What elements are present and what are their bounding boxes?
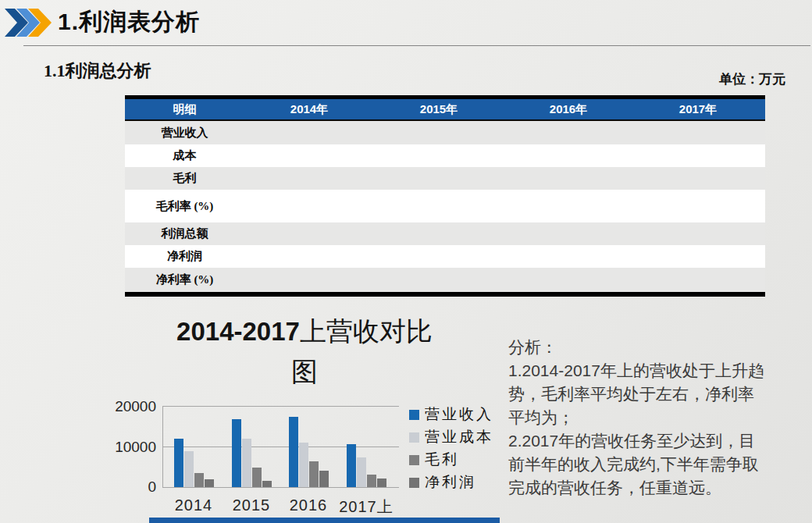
bar-净利润-2015 [262, 481, 272, 487]
x-axis-label-2016: 2016 [281, 496, 336, 514]
analysis-heading: 分析： [508, 336, 769, 359]
table-cell [633, 167, 763, 190]
table-row: 营业收入 [125, 121, 765, 144]
table-cell [244, 167, 374, 190]
table-cell [504, 121, 633, 144]
bar-营业收入-2017上 [347, 444, 356, 487]
bar-净利润-2017上 [377, 479, 386, 487]
bar-营业成本-2015 [242, 439, 251, 487]
table-cell [633, 121, 763, 144]
bar-毛利-2017上 [367, 475, 376, 487]
bar-营业成本-2014 [184, 451, 194, 487]
row-label: 成本 [125, 148, 244, 163]
table-cell [374, 268, 504, 292]
table-header-2016: 2016年 [504, 99, 633, 119]
legend-swatch-icon [409, 478, 419, 488]
chart-legend: 营业收入营业成本毛利净利润 [409, 409, 493, 500]
bar-营业收入-2015 [232, 419, 241, 487]
table-cell [504, 222, 633, 245]
chart-title-years: 2014-2017 [176, 317, 300, 346]
row-label: 净利率 (%) [125, 272, 244, 287]
x-axis-label-2014: 2014 [166, 496, 221, 514]
table-header-row: 明细 2014年 2015年 2016年 2017年 [125, 99, 765, 121]
analysis-block: 分析： 1.2014-2017年上的营收处于上升趋势，毛利率平均处于左右，净利率… [508, 336, 769, 500]
table-body: 营业收入成本毛利毛利率 (%)利润总额净利润净利率 (%) [125, 121, 765, 292]
row-label: 净利润 [125, 249, 244, 264]
bar-净利润-2016 [319, 471, 329, 487]
legend-item-营业收入: 营业收入 [409, 409, 493, 420]
table-cell [504, 268, 633, 292]
table-row: 净利率 (%) [125, 268, 765, 292]
legend-swatch-icon [409, 410, 419, 420]
table-cell [633, 222, 763, 245]
legend-swatch-icon [409, 455, 419, 465]
table-row: 毛利 [125, 167, 765, 190]
table-cell [633, 144, 763, 167]
table-row: 净利润 [125, 245, 765, 268]
table-header-2014: 2014年 [244, 99, 374, 119]
y-axis-tick-10000: 10000 [109, 439, 156, 456]
table-cell [374, 144, 504, 167]
bar-毛利-2015 [252, 468, 262, 487]
bar-营业收入-2014 [174, 439, 183, 487]
x-axis-label-2017上: 2017上 [339, 496, 394, 518]
bottom-accent-bar [149, 518, 500, 523]
table-cell [374, 245, 504, 268]
bar-group-2016 [289, 417, 329, 487]
chart-title-line1: 2014-2017上营收对比 [125, 314, 484, 354]
table-header-2017: 2017年 [633, 99, 763, 119]
bar-营业成本-2017上 [357, 457, 366, 487]
table-cell [504, 167, 633, 190]
table-cell [374, 121, 504, 144]
unit-label: 单位：万元 [719, 70, 785, 88]
table-row: 成本 [125, 144, 765, 167]
chart-title-text: 上营收对比 [300, 317, 433, 346]
table-cell [374, 190, 504, 222]
legend-label: 净利润 [425, 472, 476, 493]
table-cell [633, 268, 763, 292]
table-cell [244, 268, 374, 292]
header-divider [23, 45, 810, 46]
bar-group-2015 [232, 419, 272, 487]
row-label: 利润总额 [125, 226, 244, 241]
table-row: 利润总额 [125, 222, 765, 245]
bar-营业收入-2016 [289, 417, 298, 487]
chart-title-line2: 图 [125, 354, 484, 390]
analysis-point-1: 1.2014-2017年上的营收处于上升趋势，毛利率平均处于左右，净利率平均为； [508, 359, 769, 429]
table-row: 毛利率 (%) [125, 190, 765, 222]
legend-label: 营业收入 [425, 404, 493, 425]
table-cell [244, 190, 374, 222]
legend-item-净利润: 净利润 [409, 477, 493, 488]
legend-item-毛利: 毛利 [409, 454, 493, 465]
row-label: 毛利率 (%) [125, 199, 244, 214]
legend-label: 毛利 [425, 450, 459, 470]
table-cell [504, 190, 633, 222]
table-cell [633, 245, 763, 268]
analysis-point-2: 2.2017年的营收任务至少达到，目前半年的收入完成约,下半年需争取完成的营收任… [508, 429, 769, 500]
slide: 1.利润表分析 1.1利润总分析 单位：万元 明细 2014年 2015年 20… [0, 0, 812, 523]
y-axis-tick-20000: 20000 [109, 398, 156, 415]
table-cell [374, 167, 504, 190]
bar-chart-plot [162, 406, 399, 488]
bar-group-2017上 [347, 444, 387, 487]
triple-chevron-icon [5, 7, 55, 38]
table-cell [504, 245, 633, 268]
profit-table: 明细 2014年 2015年 2016年 2017年 营业收入成本毛利毛利率 (… [125, 95, 765, 297]
bar-毛利-2016 [309, 461, 319, 487]
bar-营业成本-2016 [299, 443, 308, 487]
row-label: 营业收入 [125, 126, 244, 141]
legend-item-营业成本: 营业成本 [409, 432, 493, 443]
x-axis-label-2015: 2015 [224, 496, 279, 514]
page-title: 1.利润表分析 [58, 6, 200, 38]
section-subtitle: 1.1利润总分析 [44, 59, 151, 83]
table-cell [374, 222, 504, 245]
y-axis-tick-0: 0 [109, 479, 156, 496]
table-cell [244, 144, 374, 167]
table-cell [244, 245, 374, 268]
row-label: 毛利 [125, 171, 244, 186]
table-cell [633, 190, 763, 222]
table-header-detail: 明细 [125, 99, 244, 119]
legend-label: 营业成本 [425, 427, 493, 447]
chart-title: 2014-2017上营收对比 图 [125, 314, 484, 390]
bar-净利润-2014 [205, 479, 214, 487]
